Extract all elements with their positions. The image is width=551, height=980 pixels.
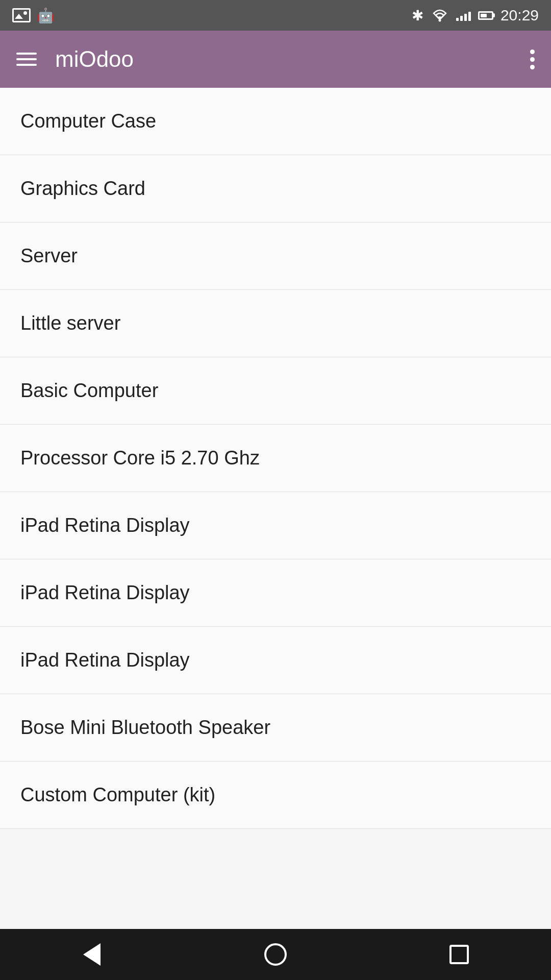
list-item[interactable]: Graphics Card [0, 155, 551, 223]
list-item-partial[interactable]: Custom Computer (kit) [0, 762, 551, 829]
list-item[interactable]: Processor Core i5 2.70 Ghz [0, 425, 551, 492]
toolbar: miOdoo [0, 31, 551, 88]
list-item[interactable]: iPad Retina Display [0, 492, 551, 559]
list-item-basic-computer[interactable]: Basic Computer [0, 357, 551, 425]
battery-icon [478, 11, 493, 20]
navigation-bar [0, 929, 551, 980]
status-time: 20:29 [500, 7, 539, 24]
wifi-icon [431, 8, 449, 22]
toolbar-title: miOdoo [55, 46, 530, 72]
nav-back-button[interactable] [71, 934, 112, 975]
status-bar: 🤖 ✱ 20:29 [0, 0, 551, 31]
list-item[interactable]: iPad Retina Display [0, 627, 551, 694]
list-item[interactable]: Little server [0, 290, 551, 357]
bluetooth-icon: ✱ [412, 7, 423, 24]
status-bar-left-icons: 🤖 [12, 7, 55, 24]
recents-square-icon [449, 945, 469, 964]
home-circle-icon [264, 943, 287, 966]
svg-point-0 [438, 19, 441, 22]
android-icon: 🤖 [37, 7, 55, 24]
gallery-icon [12, 8, 31, 22]
nav-home-button[interactable] [255, 934, 296, 975]
more-options-button[interactable] [530, 50, 535, 69]
signal-bars-icon [456, 10, 471, 21]
nav-recents-button[interactable] [439, 934, 480, 975]
status-bar-right-icons: ✱ 20:29 [412, 7, 539, 24]
list-item[interactable]: iPad Retina Display [0, 559, 551, 627]
list-item[interactable]: Computer Case [0, 88, 551, 155]
back-arrow-icon [83, 943, 101, 966]
list-item[interactable]: Bose Mini Bluetooth Speaker [0, 694, 551, 762]
hamburger-menu-button[interactable] [16, 53, 39, 66]
list-item[interactable]: Server [0, 223, 551, 290]
product-list: Computer Case Graphics Card Server Littl… [0, 88, 551, 929]
